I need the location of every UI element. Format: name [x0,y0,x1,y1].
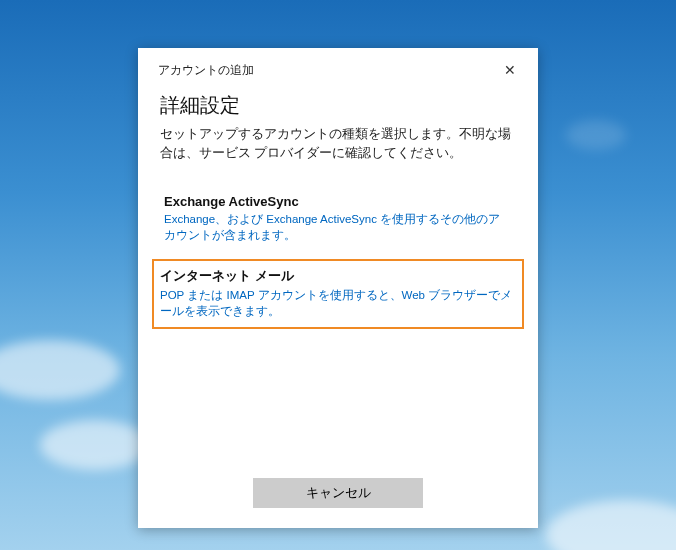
dialog-content: 詳細設定 セットアップするアカウントの種類を選択します。不明な場合は、サービス … [138,86,538,464]
close-icon: ✕ [504,62,516,78]
cancel-button[interactable]: キャンセル [253,478,423,508]
cloud-decoration [40,420,150,470]
option-internet-mail[interactable]: インターネット メール POP または IMAP アカウントを使用すると、Web… [154,261,522,327]
dialog-footer: キャンセル [138,464,538,528]
dialog-heading: 詳細設定 [160,92,516,119]
dialog-title: アカウントの追加 [158,63,254,78]
cloud-decoration [0,340,120,400]
option-description: POP または IMAP アカウントを使用すると、Web ブラウザーでメールを表… [160,287,516,319]
option-exchange-activesync[interactable]: Exchange ActiveSync Exchange、および Exchang… [160,188,516,251]
dialog-titlebar: アカウントの追加 ✕ [138,48,538,86]
close-button[interactable]: ✕ [496,58,524,82]
add-account-dialog: アカウントの追加 ✕ 詳細設定 セットアップするアカウントの種類を選択します。不… [138,48,538,528]
cloud-decoration [566,120,626,150]
option-description: Exchange、および Exchange ActiveSync を使用するその… [164,211,512,243]
option-title: インターネット メール [160,267,516,285]
dialog-description: セットアップするアカウントの種類を選択します。不明な場合は、サービス プロバイダ… [160,125,516,164]
option-title: Exchange ActiveSync [164,194,512,209]
cloud-decoration [546,500,676,550]
